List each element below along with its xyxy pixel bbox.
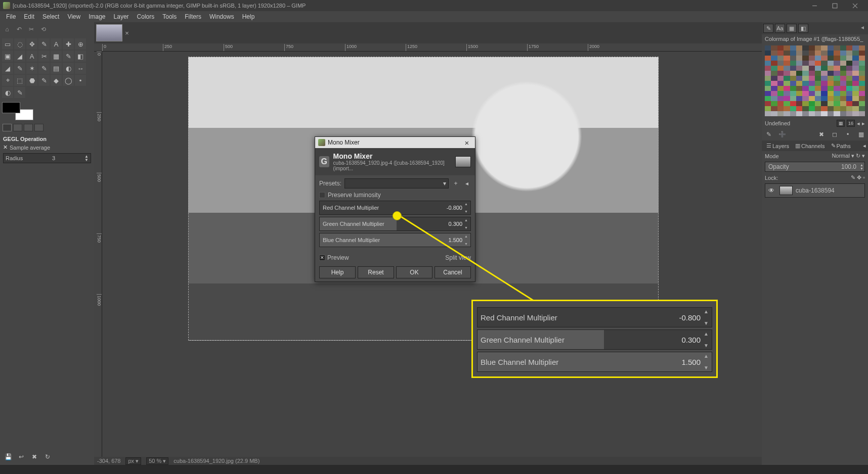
color-cell[interactable] [821, 66, 827, 71]
color-cell[interactable] [796, 76, 802, 81]
color-cell[interactable] [796, 45, 802, 51]
color-cell[interactable] [802, 61, 808, 66]
menu-image[interactable]: Image [84, 12, 109, 22]
color-cell[interactable] [834, 61, 840, 66]
color-cell[interactable] [771, 61, 777, 66]
paths-tab[interactable]: ✎ Paths [829, 141, 853, 150]
chevron-right-icon[interactable]: ▸ [862, 120, 865, 127]
color-cell[interactable] [846, 56, 852, 61]
channels-tab[interactable]: ▥ Channels [793, 141, 827, 150]
color-cell[interactable] [852, 96, 858, 101]
color-cell[interactable] [821, 71, 827, 76]
color-cell[interactable] [771, 96, 777, 101]
color-cell[interactable] [790, 106, 796, 111]
color-cell[interactable] [777, 96, 784, 101]
color-cell[interactable] [815, 56, 821, 61]
color-cell[interactable] [796, 111, 802, 116]
color-cell[interactable] [802, 81, 808, 86]
color-cell[interactable] [765, 81, 771, 86]
color-cell[interactable] [828, 61, 834, 66]
callout-slider-red-channel-multiplier[interactable]: Red Channel Multiplier-0.800▲▼ [477, 307, 712, 327]
color-cell[interactable] [846, 45, 852, 51]
color-cell[interactable] [846, 106, 852, 111]
color-cell[interactable] [765, 51, 771, 56]
dot-icon[interactable]: • [844, 130, 852, 138]
color-cell[interactable] [796, 56, 802, 61]
color-cell[interactable] [859, 96, 865, 101]
color-cell[interactable] [790, 101, 796, 106]
color-cell[interactable] [809, 66, 815, 71]
color-cell[interactable] [840, 91, 846, 96]
color-cell[interactable] [834, 81, 840, 86]
color-cell[interactable] [777, 111, 784, 116]
color-cell[interactable] [840, 81, 846, 86]
pattern-tab[interactable]: ▦ [787, 24, 797, 33]
color-cell[interactable] [828, 66, 834, 71]
color-cell[interactable] [846, 76, 852, 81]
tool-9[interactable]: A [26, 51, 37, 62]
color-cell[interactable] [815, 106, 821, 111]
color-cell[interactable] [790, 61, 796, 66]
color-cell[interactable] [840, 56, 846, 61]
delete-color-icon[interactable]: ✖ [817, 130, 826, 138]
color-cell[interactable] [796, 101, 802, 106]
menu-colors[interactable]: Colors [133, 12, 159, 22]
preset-menu-icon[interactable]: ◂ [463, 179, 471, 187]
dock-tab-2[interactable] [13, 124, 22, 131]
color-cell[interactable] [828, 86, 834, 91]
tool-5[interactable]: ✚ [63, 38, 74, 50]
color-cell[interactable] [796, 106, 802, 111]
color-cell[interactable] [846, 81, 852, 86]
sample-average-label[interactable]: Sample average [10, 145, 50, 151]
color-cell[interactable] [852, 45, 858, 51]
color-cell[interactable] [852, 71, 858, 76]
history-icon[interactable]: ⟲ [38, 24, 49, 34]
color-cell[interactable] [784, 51, 790, 56]
color-cell[interactable] [834, 56, 840, 61]
color-cell[interactable] [802, 96, 808, 101]
tool-24[interactable]: ✎ [38, 75, 50, 86]
opacity-slider[interactable]: Opacity 100.0 ▲▼ [765, 162, 865, 172]
color-cell[interactable] [784, 96, 790, 101]
color-cell[interactable] [777, 51, 784, 56]
color-cell[interactable] [852, 56, 858, 61]
color-cell[interactable] [859, 45, 865, 51]
color-cell[interactable] [784, 76, 790, 81]
color-cell[interactable] [834, 86, 840, 91]
color-cell[interactable] [815, 111, 821, 116]
color-cell[interactable] [802, 66, 808, 71]
color-cell[interactable] [790, 66, 796, 71]
color-cell[interactable] [796, 66, 802, 71]
tool-22[interactable]: ⬚ [14, 75, 25, 86]
dialog-titlebar[interactable]: Mono Mixer × [315, 137, 475, 148]
color-cell[interactable] [777, 61, 784, 66]
color-cell[interactable] [777, 91, 784, 96]
close-tab-icon[interactable]: × [123, 29, 131, 36]
color-cell[interactable] [796, 61, 802, 66]
color-cell[interactable] [828, 56, 834, 61]
color-cell[interactable] [777, 76, 784, 81]
menu-file[interactable]: File [2, 12, 20, 22]
color-cell[interactable] [784, 91, 790, 96]
cut-icon[interactable]: ✂ [26, 24, 36, 34]
color-cell[interactable] [815, 71, 821, 76]
preserve-luminosity-check[interactable]: Preserve luminosity [319, 192, 471, 199]
color-cell[interactable] [834, 106, 840, 111]
tool-13[interactable]: ◧ [75, 51, 86, 62]
color-cell[interactable] [846, 101, 852, 106]
tool-6[interactable]: ⊕ [75, 38, 86, 50]
color-cell[interactable] [821, 56, 827, 61]
color-cell[interactable] [859, 81, 865, 86]
color-cell[interactable] [790, 81, 796, 86]
color-cell[interactable] [852, 91, 858, 96]
color-cell[interactable] [859, 91, 865, 96]
color-cell[interactable] [815, 81, 821, 86]
color-cell[interactable] [840, 51, 846, 56]
maximize-button[interactable] [824, 0, 845, 11]
color-cell[interactable] [815, 45, 821, 51]
color-cell[interactable] [846, 86, 852, 91]
color-cell[interactable] [790, 45, 796, 51]
add-color-icon[interactable]: ➕ [778, 130, 786, 138]
color-cell[interactable] [846, 71, 852, 76]
tool-11[interactable]: ▦ [51, 51, 62, 62]
